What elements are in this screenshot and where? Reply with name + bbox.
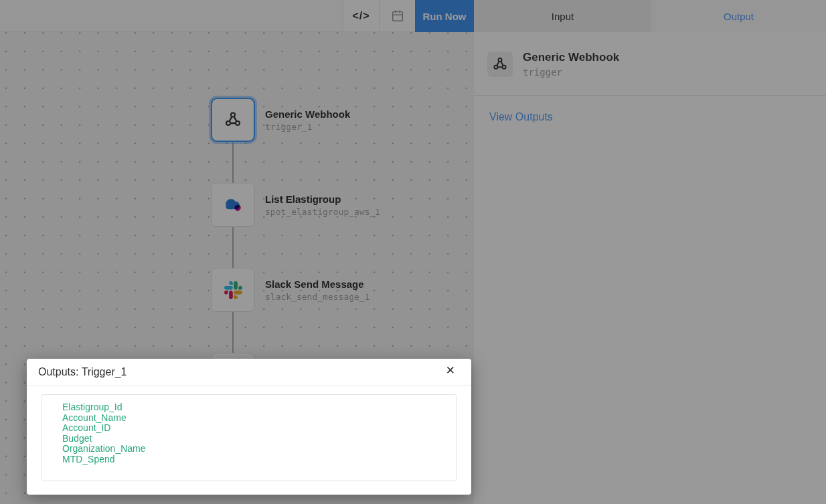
output-item[interactable]: Organization_Name (62, 444, 436, 454)
outputs-list: Elastigroup_Id Account_Name Account_ID B… (42, 394, 457, 481)
output-item[interactable]: Elastigroup_Id (62, 402, 436, 413)
workflow-editor: </> Run Now Input Output (0, 0, 826, 504)
output-item[interactable]: MTD_Spend (62, 454, 436, 465)
output-item[interactable]: Budget (62, 434, 436, 444)
outputs-modal: Outputs: Trigger_1 ✕ Elastigroup_Id Acco… (27, 359, 471, 495)
modal-title: Outputs: Trigger_1 (38, 366, 127, 378)
output-item[interactable]: Account_ID (62, 423, 436, 434)
modal-body: Elastigroup_Id Account_Name Account_ID B… (27, 386, 471, 489)
modal-header: Outputs: Trigger_1 ✕ (27, 359, 471, 386)
output-item[interactable]: Account_Name (62, 413, 436, 424)
close-icon[interactable]: ✕ (443, 362, 458, 379)
